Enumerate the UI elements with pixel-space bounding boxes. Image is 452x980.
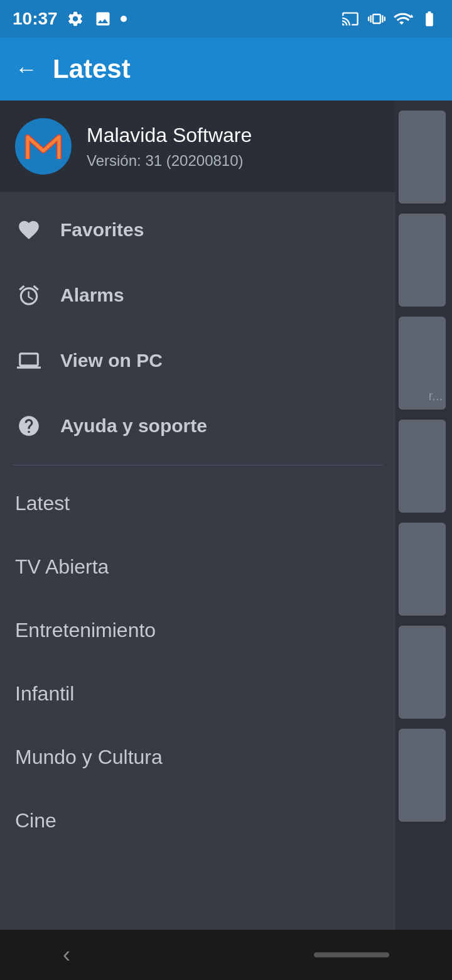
monitor-icon <box>15 347 43 374</box>
nav-item-mundo-cultura[interactable]: Mundo y Cultura <box>0 726 396 789</box>
app-bar: ← Latest <box>0 38 452 101</box>
bottom-nav-bar: ‹ <box>0 930 452 980</box>
svg-text:▲: ▲ <box>409 13 413 19</box>
status-time: 10:37 <box>13 9 58 29</box>
gallery-icon <box>93 9 113 29</box>
back-button[interactable]: ← <box>15 56 38 82</box>
menu-divider <box>13 465 383 466</box>
content-card-4 <box>399 420 446 513</box>
app-logo <box>15 118 72 175</box>
help-circle-icon <box>15 412 43 440</box>
nav-item-latest[interactable]: Latest <box>0 472 396 535</box>
app-bar-title: Latest <box>53 54 131 84</box>
nav-item-infantil[interactable]: Infantil <box>0 662 396 726</box>
content-card-2 <box>399 214 446 307</box>
status-bar: 10:37 <box>0 0 452 38</box>
menu-item-alarms[interactable]: Alarms <box>0 263 396 328</box>
app-version: Versión: 31 (20200810) <box>87 152 252 170</box>
home-indicator[interactable] <box>314 952 389 957</box>
content-card-3: r... <box>399 317 446 410</box>
alarms-label: Alarms <box>60 285 124 306</box>
content-card-7 <box>399 729 446 822</box>
nav-item-cine[interactable]: Cine <box>0 789 396 852</box>
app-name: Malavida Software <box>87 124 252 147</box>
content-card-1 <box>399 111 446 204</box>
nav-item-entretenimiento[interactable]: Entretenimiento <box>0 599 396 662</box>
notification-dot <box>121 16 127 22</box>
nav-item-tv-abierta[interactable]: TV Abierta <box>0 535 396 599</box>
view-on-pc-label: View on PC <box>60 350 163 371</box>
battery-icon <box>419 9 439 29</box>
right-content-panel: r... <box>396 101 452 930</box>
main-content: Malavida Software Versión: 31 (20200810)… <box>0 101 452 930</box>
heart-icon <box>15 216 43 244</box>
app-info-text: Malavida Software Versión: 31 (20200810) <box>87 124 252 170</box>
vibrate-icon <box>367 9 387 29</box>
menu-item-favorites[interactable]: Favorites <box>0 197 396 263</box>
settings-icon <box>65 9 85 29</box>
menu-item-view-on-pc[interactable]: View on PC <box>0 328 396 393</box>
alarm-icon <box>15 281 43 309</box>
help-label: Ayuda y soporte <box>60 415 207 437</box>
menu-panel: Malavida Software Versión: 31 (20200810)… <box>0 101 396 930</box>
content-card-6 <box>399 626 446 719</box>
status-right-icons: ▲ <box>340 9 439 29</box>
cast-icon <box>340 9 360 29</box>
app-info-header: Malavida Software Versión: 31 (20200810) <box>0 101 396 192</box>
back-nav-button[interactable]: ‹ <box>63 942 70 968</box>
wifi-icon: ▲ <box>393 9 413 29</box>
favorites-label: Favorites <box>60 219 144 241</box>
content-card-5 <box>399 523 446 616</box>
menu-item-help[interactable]: Ayuda y soporte <box>0 393 396 459</box>
